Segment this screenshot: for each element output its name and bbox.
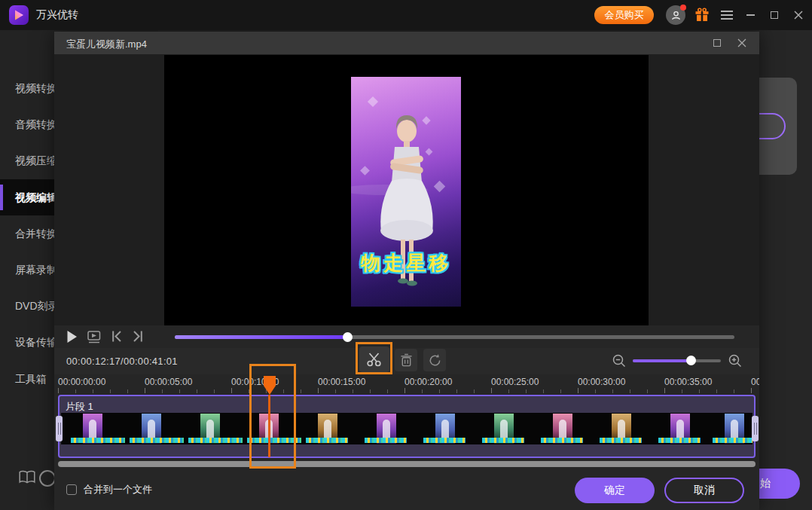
dialog-close-button[interactable]	[736, 37, 748, 49]
reset-loop-icon	[428, 353, 442, 368]
ruler-tick	[387, 389, 388, 393]
thumbnail-subtitle-noise	[71, 438, 125, 443]
merge-checkbox-row[interactable]: 合并到一个文件	[66, 483, 152, 496]
ruler-tick-label: 00:00:25:00	[491, 377, 539, 387]
ruler-tick	[578, 388, 578, 393]
ruler-tick	[422, 389, 423, 393]
thumbnail-subtitle-noise	[713, 438, 752, 443]
video-subtitle-text: 物走星移	[351, 250, 461, 276]
ruler-tick	[699, 389, 700, 393]
membership-buy-button[interactable]: 会员购买	[594, 6, 654, 24]
help-circle-icon[interactable]	[39, 470, 56, 487]
magnifier-plus-icon	[728, 353, 743, 368]
ruler-tick	[474, 389, 475, 393]
thumbnail-subtitle-noise	[423, 438, 466, 443]
ruler-tick	[145, 388, 145, 393]
delete-segment-button[interactable]	[395, 349, 417, 371]
timecode-display: 00:00:12:17/00:00:41:01	[66, 356, 178, 367]
thumbnail-subtitle-noise	[130, 438, 184, 443]
thumbnail-figure	[148, 420, 155, 439]
gift-icon[interactable]	[694, 8, 710, 23]
minimize-button[interactable]	[744, 9, 756, 21]
ruler-tick	[647, 389, 648, 393]
sidebar-item-label: DVD刻录	[15, 300, 59, 312]
progress-thumb[interactable]	[343, 332, 353, 342]
close-icon	[794, 11, 803, 20]
sidebar-item-label: 工具箱	[15, 373, 47, 385]
ruler-tick	[162, 389, 163, 393]
sidebar-item-label: 设备传输	[15, 336, 57, 348]
ruler-tick	[58, 388, 59, 393]
cancel-button[interactable]: 取消	[664, 478, 744, 503]
sidebar-item-label: 屏幕录制	[15, 264, 57, 276]
preview-play-button[interactable]	[87, 331, 102, 347]
thumbnail-figure	[324, 420, 331, 439]
ruler-tick	[75, 389, 76, 393]
zoom-out-button[interactable]	[612, 353, 627, 368]
thumbnail-figure	[441, 420, 449, 439]
previous-frame-button[interactable]	[111, 331, 122, 345]
ruler-tick	[110, 389, 111, 393]
magnifier-minus-icon	[612, 353, 627, 368]
ruler-tick	[595, 389, 596, 393]
next-frame-button[interactable]	[133, 331, 143, 345]
playback-progress-slider[interactable]	[175, 335, 734, 339]
thumbnail-figure	[618, 420, 625, 439]
active-indicator-bar	[0, 185, 3, 210]
timeline-toolbar: 00:00:12:17/00:00:41:01	[54, 348, 759, 374]
ruler-tick	[491, 388, 492, 393]
ruler-tick-label: 00:00:00:00	[58, 377, 105, 387]
thumbnail-subtitle-noise	[541, 438, 583, 443]
guide-book-icon[interactable]	[18, 470, 36, 487]
annotation-highlight-scissors	[356, 342, 392, 374]
ruler-tick	[214, 389, 215, 393]
user-avatar[interactable]	[666, 5, 685, 25]
zoom-thumb[interactable]	[686, 356, 696, 365]
video-frame: 物走星移	[351, 77, 461, 307]
play-button[interactable]	[66, 330, 78, 347]
ruler-tick	[318, 388, 319, 393]
thumbnail-figure	[383, 420, 390, 439]
ruler-tick	[612, 389, 613, 393]
reset-button[interactable]	[423, 349, 446, 371]
timeline-zoom-slider[interactable]	[633, 359, 721, 362]
thumbnail-subtitle-noise	[365, 438, 407, 443]
close-button[interactable]	[792, 9, 804, 21]
ruler-tick-label: 00:00:15:00	[318, 377, 365, 387]
annotation-highlight-playhead	[249, 364, 296, 469]
clip-segment-1[interactable]: 片段 1	[58, 395, 756, 458]
video-stage: 物走星移	[164, 55, 649, 325]
ruler-tick	[353, 389, 353, 393]
app-logo-icon	[9, 5, 29, 25]
video-edit-dialog: 宝蛋儿视频新.mp4	[54, 32, 759, 510]
clip-label: 片段 1	[66, 400, 93, 414]
sidebar-item-label: 视频编辑	[15, 191, 57, 203]
hamburger-menu-icon[interactable]	[721, 11, 733, 20]
ok-button[interactable]: 确定	[575, 478, 655, 503]
ruler-tick	[526, 389, 527, 393]
ruler-tick	[716, 389, 717, 393]
ruler-tick	[370, 389, 371, 393]
timeline-horizontal-scrollbar[interactable]	[58, 461, 756, 467]
dialog-titlebar: 宝蛋儿视频新.mp4	[54, 32, 759, 54]
dialog-maximize-button[interactable]	[711, 37, 723, 49]
merge-checkbox[interactable]	[66, 484, 77, 495]
timeline-ruler[interactable]: 00:00:00:0000:00:05:0000:00:10:0000:00:1…	[54, 374, 759, 395]
thumbnail-figure	[731, 420, 738, 439]
ruler-tick	[751, 388, 752, 393]
thumbnail-figure	[89, 420, 96, 439]
filmstrip	[61, 413, 752, 444]
ruler-tick	[301, 389, 301, 393]
merge-checkbox-label: 合并到一个文件	[84, 483, 152, 496]
thumbnail-figure	[676, 420, 684, 439]
maximize-button[interactable]	[768, 9, 780, 21]
trash-icon	[400, 353, 413, 368]
clip-trim-handle-left[interactable]	[56, 416, 63, 441]
zoom-in-button[interactable]	[728, 353, 743, 368]
clip-trim-handle-right[interactable]	[752, 416, 759, 441]
ruler-tick	[179, 389, 180, 393]
ruler-tick	[335, 389, 336, 393]
app-window: 万兴优转 会员购买 视频转换音频	[0, 0, 812, 510]
ruler-tick-label: 00:00:35:00	[664, 377, 712, 387]
thumbnail-subtitle-noise	[600, 438, 642, 443]
